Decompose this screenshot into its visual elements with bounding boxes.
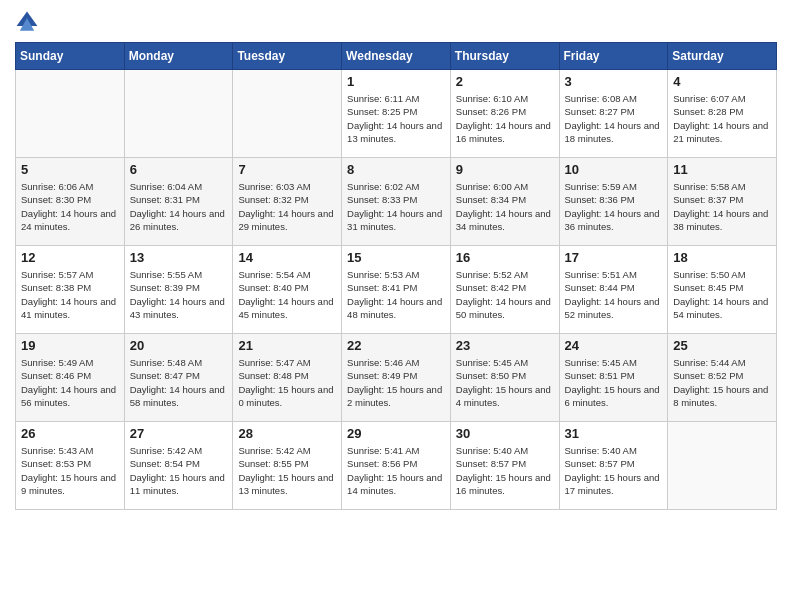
day-number: 22 — [347, 338, 445, 353]
calendar-week-row: 5Sunrise: 6:06 AMSunset: 8:30 PMDaylight… — [16, 158, 777, 246]
day-info: Sunrise: 5:52 AMSunset: 8:42 PMDaylight:… — [456, 268, 554, 321]
weekday-header-tuesday: Tuesday — [233, 43, 342, 70]
calendar-cell: 19Sunrise: 5:49 AMSunset: 8:46 PMDayligh… — [16, 334, 125, 422]
day-info: Sunrise: 5:57 AMSunset: 8:38 PMDaylight:… — [21, 268, 119, 321]
weekday-header-monday: Monday — [124, 43, 233, 70]
calendar-cell: 16Sunrise: 5:52 AMSunset: 8:42 PMDayligh… — [450, 246, 559, 334]
day-info: Sunrise: 5:45 AMSunset: 8:50 PMDaylight:… — [456, 356, 554, 409]
day-number: 16 — [456, 250, 554, 265]
day-info: Sunrise: 6:00 AMSunset: 8:34 PMDaylight:… — [456, 180, 554, 233]
day-info: Sunrise: 6:10 AMSunset: 8:26 PMDaylight:… — [456, 92, 554, 145]
day-info: Sunrise: 5:55 AMSunset: 8:39 PMDaylight:… — [130, 268, 228, 321]
day-info: Sunrise: 5:41 AMSunset: 8:56 PMDaylight:… — [347, 444, 445, 497]
calendar-cell: 25Sunrise: 5:44 AMSunset: 8:52 PMDayligh… — [668, 334, 777, 422]
calendar-cell: 10Sunrise: 5:59 AMSunset: 8:36 PMDayligh… — [559, 158, 668, 246]
weekday-header-sunday: Sunday — [16, 43, 125, 70]
calendar-cell: 26Sunrise: 5:43 AMSunset: 8:53 PMDayligh… — [16, 422, 125, 510]
day-info: Sunrise: 6:08 AMSunset: 8:27 PMDaylight:… — [565, 92, 663, 145]
day-info: Sunrise: 5:59 AMSunset: 8:36 PMDaylight:… — [565, 180, 663, 233]
day-info: Sunrise: 6:03 AMSunset: 8:32 PMDaylight:… — [238, 180, 336, 233]
weekday-header-thursday: Thursday — [450, 43, 559, 70]
day-info: Sunrise: 5:45 AMSunset: 8:51 PMDaylight:… — [565, 356, 663, 409]
calendar-week-row: 12Sunrise: 5:57 AMSunset: 8:38 PMDayligh… — [16, 246, 777, 334]
logo-icon — [15, 10, 39, 34]
day-number: 28 — [238, 426, 336, 441]
calendar-cell: 8Sunrise: 6:02 AMSunset: 8:33 PMDaylight… — [342, 158, 451, 246]
day-info: Sunrise: 6:04 AMSunset: 8:31 PMDaylight:… — [130, 180, 228, 233]
calendar-table: SundayMondayTuesdayWednesdayThursdayFrid… — [15, 42, 777, 510]
calendar-cell — [233, 70, 342, 158]
calendar-cell: 24Sunrise: 5:45 AMSunset: 8:51 PMDayligh… — [559, 334, 668, 422]
day-number: 26 — [21, 426, 119, 441]
day-number: 31 — [565, 426, 663, 441]
calendar-cell: 18Sunrise: 5:50 AMSunset: 8:45 PMDayligh… — [668, 246, 777, 334]
day-info: Sunrise: 5:44 AMSunset: 8:52 PMDaylight:… — [673, 356, 771, 409]
day-number: 7 — [238, 162, 336, 177]
day-info: Sunrise: 5:42 AMSunset: 8:54 PMDaylight:… — [130, 444, 228, 497]
day-number: 24 — [565, 338, 663, 353]
day-number: 2 — [456, 74, 554, 89]
day-number: 15 — [347, 250, 445, 265]
day-info: Sunrise: 5:43 AMSunset: 8:53 PMDaylight:… — [21, 444, 119, 497]
calendar-week-row: 19Sunrise: 5:49 AMSunset: 8:46 PMDayligh… — [16, 334, 777, 422]
day-number: 8 — [347, 162, 445, 177]
calendar-cell: 31Sunrise: 5:40 AMSunset: 8:57 PMDayligh… — [559, 422, 668, 510]
day-number: 6 — [130, 162, 228, 177]
calendar-cell — [124, 70, 233, 158]
day-number: 13 — [130, 250, 228, 265]
weekday-header-wednesday: Wednesday — [342, 43, 451, 70]
calendar-cell: 7Sunrise: 6:03 AMSunset: 8:32 PMDaylight… — [233, 158, 342, 246]
calendar-cell: 15Sunrise: 5:53 AMSunset: 8:41 PMDayligh… — [342, 246, 451, 334]
calendar-week-row: 1Sunrise: 6:11 AMSunset: 8:25 PMDaylight… — [16, 70, 777, 158]
page-header — [15, 10, 777, 34]
day-info: Sunrise: 5:49 AMSunset: 8:46 PMDaylight:… — [21, 356, 119, 409]
day-info: Sunrise: 5:50 AMSunset: 8:45 PMDaylight:… — [673, 268, 771, 321]
day-number: 21 — [238, 338, 336, 353]
calendar-cell: 5Sunrise: 6:06 AMSunset: 8:30 PMDaylight… — [16, 158, 125, 246]
day-info: Sunrise: 6:02 AMSunset: 8:33 PMDaylight:… — [347, 180, 445, 233]
calendar-cell: 11Sunrise: 5:58 AMSunset: 8:37 PMDayligh… — [668, 158, 777, 246]
day-info: Sunrise: 5:48 AMSunset: 8:47 PMDaylight:… — [130, 356, 228, 409]
day-number: 25 — [673, 338, 771, 353]
calendar-cell: 28Sunrise: 5:42 AMSunset: 8:55 PMDayligh… — [233, 422, 342, 510]
calendar-cell: 13Sunrise: 5:55 AMSunset: 8:39 PMDayligh… — [124, 246, 233, 334]
day-number: 29 — [347, 426, 445, 441]
calendar-cell: 29Sunrise: 5:41 AMSunset: 8:56 PMDayligh… — [342, 422, 451, 510]
calendar-cell: 23Sunrise: 5:45 AMSunset: 8:50 PMDayligh… — [450, 334, 559, 422]
weekday-header-friday: Friday — [559, 43, 668, 70]
calendar-cell: 22Sunrise: 5:46 AMSunset: 8:49 PMDayligh… — [342, 334, 451, 422]
day-info: Sunrise: 5:46 AMSunset: 8:49 PMDaylight:… — [347, 356, 445, 409]
calendar-cell: 12Sunrise: 5:57 AMSunset: 8:38 PMDayligh… — [16, 246, 125, 334]
day-info: Sunrise: 6:11 AMSunset: 8:25 PMDaylight:… — [347, 92, 445, 145]
calendar-cell: 27Sunrise: 5:42 AMSunset: 8:54 PMDayligh… — [124, 422, 233, 510]
weekday-header-saturday: Saturday — [668, 43, 777, 70]
day-info: Sunrise: 5:51 AMSunset: 8:44 PMDaylight:… — [565, 268, 663, 321]
day-number: 12 — [21, 250, 119, 265]
calendar-cell: 20Sunrise: 5:48 AMSunset: 8:47 PMDayligh… — [124, 334, 233, 422]
day-number: 3 — [565, 74, 663, 89]
day-info: Sunrise: 5:58 AMSunset: 8:37 PMDaylight:… — [673, 180, 771, 233]
day-number: 20 — [130, 338, 228, 353]
day-number: 14 — [238, 250, 336, 265]
day-number: 30 — [456, 426, 554, 441]
logo — [15, 10, 43, 34]
calendar-cell: 17Sunrise: 5:51 AMSunset: 8:44 PMDayligh… — [559, 246, 668, 334]
day-number: 5 — [21, 162, 119, 177]
day-number: 9 — [456, 162, 554, 177]
day-number: 18 — [673, 250, 771, 265]
calendar-cell: 2Sunrise: 6:10 AMSunset: 8:26 PMDaylight… — [450, 70, 559, 158]
calendar-cell: 9Sunrise: 6:00 AMSunset: 8:34 PMDaylight… — [450, 158, 559, 246]
calendar-cell — [668, 422, 777, 510]
calendar-week-row: 26Sunrise: 5:43 AMSunset: 8:53 PMDayligh… — [16, 422, 777, 510]
day-info: Sunrise: 5:47 AMSunset: 8:48 PMDaylight:… — [238, 356, 336, 409]
day-number: 10 — [565, 162, 663, 177]
weekday-header-row: SundayMondayTuesdayWednesdayThursdayFrid… — [16, 43, 777, 70]
day-number: 11 — [673, 162, 771, 177]
day-number: 19 — [21, 338, 119, 353]
day-info: Sunrise: 5:40 AMSunset: 8:57 PMDaylight:… — [565, 444, 663, 497]
day-info: Sunrise: 5:42 AMSunset: 8:55 PMDaylight:… — [238, 444, 336, 497]
calendar-cell: 4Sunrise: 6:07 AMSunset: 8:28 PMDaylight… — [668, 70, 777, 158]
calendar-cell — [16, 70, 125, 158]
day-number: 23 — [456, 338, 554, 353]
day-info: Sunrise: 5:53 AMSunset: 8:41 PMDaylight:… — [347, 268, 445, 321]
